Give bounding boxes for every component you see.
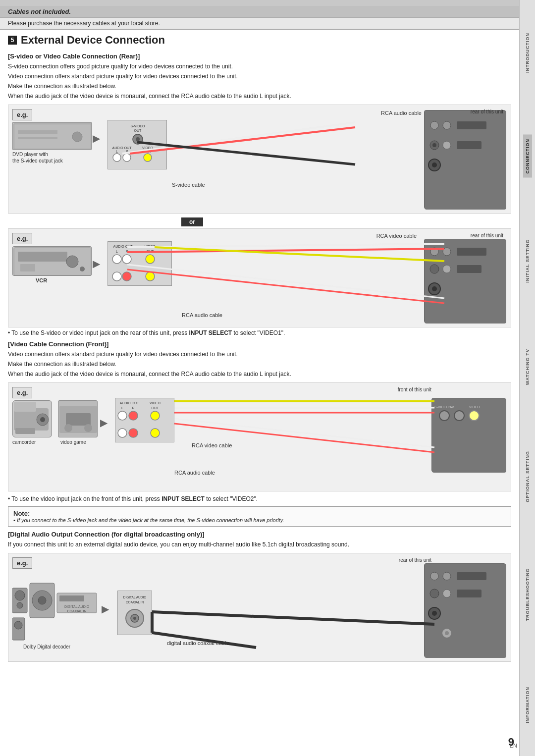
svideo-line-2: Video connection offers standard picture… (8, 72, 511, 81)
connector-box-vcr: AUDIO OUT L R VIDEO OUT (107, 241, 172, 286)
svg-point-69 (84, 424, 92, 432)
connector-svg-vcr: AUDIO OUT L R VIDEO OUT (108, 242, 172, 286)
rear-label-dvd: rear of this unit (471, 109, 503, 114)
tab-introduction[interactable]: INTRODUCTION (523, 29, 532, 77)
rear-panel-dvd (424, 110, 506, 209)
svg-rect-1 (18, 130, 57, 134)
svg-line-56 (127, 244, 444, 247)
svg-point-15 (144, 154, 152, 162)
svg-point-94 (17, 602, 23, 608)
connector-svg-front: AUDIO OUT L R VIDEO OUT (115, 398, 175, 443)
svg-text:OUT: OUT (134, 129, 142, 132)
svg-text:AUDIO OUT: AUDIO OUT (113, 245, 133, 248)
svg-text:VIDEO: VIDEO (145, 245, 156, 248)
svg-text:COAXIAL IN: COAXIAL IN (67, 609, 86, 613)
front-section-header: [Video Cable Connection (Front)] (8, 340, 511, 348)
svideo-bullet-text2: to select "VIDEO1". (232, 329, 285, 336)
svideo-line-4: When the audio jack of the video device … (8, 92, 511, 101)
svg-rect-3 (18, 137, 57, 139)
svg-text:VIDEO: VIDEO (150, 401, 160, 405)
svg-point-40 (122, 255, 131, 264)
front-line-1: Video connection offers standard picture… (8, 350, 511, 359)
front-panel: VIDEO S-VIDEO/AV (431, 398, 506, 472)
page-lang: EN (510, 743, 517, 749)
svg-rect-50 (457, 248, 486, 256)
rca-audio-cable-label-2: RCA audio cable (182, 312, 222, 318)
svideo-bullet-text: • To use the S-video or video input jack… (8, 329, 189, 336)
front-bullet: • To use the video input jack on the fro… (8, 495, 511, 502)
tab-optional-setting[interactable]: OPTIONAL SETTING (523, 447, 532, 506)
svg-point-12 (123, 154, 131, 162)
svg-point-7 (136, 137, 140, 141)
svg-rect-65 (15, 428, 35, 434)
svg-point-93 (15, 591, 25, 600)
svg-point-43 (146, 255, 155, 264)
or-divider: or (8, 217, 511, 226)
digital-audio-diagram: rear of this unit e.g. DIGITAL AUDIO COA… (8, 553, 511, 662)
svg-text:L: L (116, 150, 118, 153)
svg-line-30 (137, 142, 355, 164)
rear-panel-digital (424, 563, 506, 657)
svg-point-77 (151, 411, 160, 420)
svg-point-111 (443, 572, 451, 580)
svg-point-18 (443, 121, 451, 129)
connector-box-front: AUDIO OUT L R VIDEO OUT (115, 398, 174, 442)
rca-video-cable-front-label: RCA video cable (192, 442, 232, 448)
cables-banner: Cables not included. Please purchase the… (0, 6, 519, 30)
rear-label-vcr: rear of this unit (471, 233, 503, 238)
svideo-diagram-vcr: RCA video cable rear of this unit e.g. V… (8, 228, 511, 327)
vcr-svg (13, 247, 92, 276)
svg-rect-67 (66, 413, 91, 426)
tab-information[interactable]: INFORMATION (523, 683, 532, 727)
page-title-text: External Device Connection (21, 34, 165, 47)
front-line-2: Make the connection as illustrated below… (8, 360, 511, 369)
svideo-diagram-dvd: e.g. DVD player withthe S-video output j… (8, 105, 511, 214)
videogame-label: video game (60, 439, 86, 445)
tab-connection[interactable]: CONNECTION (523, 135, 532, 178)
svideo-bullet: • To use the S-video or video input jack… (8, 329, 511, 336)
front-panel-svg: VIDEO S-VIDEO/AV (432, 398, 506, 473)
tab-watching-tv[interactable]: WATCHING TV (523, 345, 532, 389)
svg-point-44 (112, 272, 121, 281)
arrow-right-vcr: ▶ (93, 258, 100, 270)
rear-label-digital: rear of this unit (399, 557, 431, 563)
svg-rect-62 (14, 402, 36, 412)
svg-rect-112 (457, 572, 486, 580)
svg-point-49 (443, 248, 451, 256)
top-decorative-bar (0, 0, 519, 6)
svg-point-79 (129, 429, 138, 437)
svg-point-113 (430, 589, 439, 598)
eg-label-vcr: e.g. (12, 233, 32, 244)
dvd-label: DVD player withthe S-video output jack (12, 151, 63, 164)
svg-point-51 (430, 265, 439, 273)
svg-point-103 (14, 621, 22, 629)
svg-point-83 (454, 411, 464, 421)
svg-text:OUT: OUT (152, 406, 160, 410)
svg-point-110 (430, 572, 438, 580)
svg-point-35 (80, 267, 85, 271)
connector-box-dvd: S-VIDEO OUT L R AUDIO OUT VIDEO OUT (107, 120, 167, 169)
svg-text:S-VIDEO: S-VIDEO (131, 124, 145, 128)
rear-panel-svg (425, 110, 506, 210)
svg-point-117 (432, 611, 437, 616)
svideo-section-header: [S-video or Video Cable Connection (Rear… (8, 53, 511, 60)
tab-initial-setting[interactable]: INITIAL SETTING (523, 235, 532, 287)
rear-panel-vcr-svg (425, 239, 506, 324)
svg-point-45 (122, 272, 131, 281)
dolby-label: Dolby Digital decoder (23, 644, 70, 649)
tab-troubleshooting[interactable]: TROUBLESHOOTING (523, 564, 532, 625)
svg-point-68 (64, 424, 72, 432)
svg-point-2 (72, 132, 82, 142)
svg-text:VIDEO: VIDEO (469, 405, 480, 409)
dolby-svg: DIGITAL AUDIO COAXIAL IN (12, 568, 99, 643)
sidebar-tabs: INTRODUCTION CONNECTION INITIAL SETTING … (519, 0, 535, 756)
eg-label-front: e.g. (12, 387, 32, 398)
svg-point-97 (38, 596, 46, 604)
eg-label-dvd: e.g. (12, 109, 32, 120)
svg-point-78 (118, 429, 127, 437)
note-box: Note: • If you connect to the S-video ja… (8, 506, 511, 527)
svg-point-114 (443, 590, 451, 597)
camcorder-label: camcorder (12, 439, 36, 445)
svg-point-64 (40, 417, 45, 422)
rca-audio-cable-front-label: RCA audio cable (174, 470, 215, 476)
